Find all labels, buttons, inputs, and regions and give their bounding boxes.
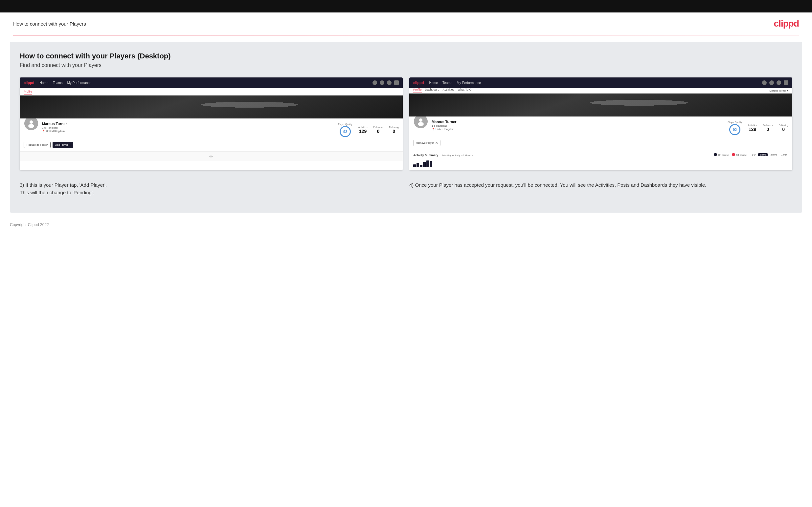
player-name-1: Marcus Turner [42,122,335,126]
stat-following-2: Following 0 [778,124,789,132]
nav-myperformance-2[interactable]: My Performance [457,81,481,84]
settings-icon-1[interactable] [387,80,392,85]
svg-point-3 [418,122,424,126]
user-selector[interactable]: Marcus Turner ▾ [769,89,789,92]
off-course-dot [732,153,735,156]
bar-1 [413,164,416,167]
activity-summary: Activity Summary Monthly Activity · 6 Mo… [409,149,792,170]
tab-activities-2[interactable]: Activities [443,88,455,93]
search-icon-1[interactable] [372,80,377,85]
app-navbar-2: clippd Home Teams My Performance [409,77,792,88]
nav-teams-1[interactable]: Teams [53,81,62,84]
app-hero-2 [409,94,792,116]
description-text-1: 3) If this is your Player tap, 'Add Play… [20,181,403,196]
footer-copyright: Copyright Clippd 2022 [10,223,49,227]
app-tabbar-1: Profile [20,88,403,96]
remove-player-x-icon: ✕ [435,141,438,145]
app-profile-info-1: Marcus Turner 1-5 Handicap 📍 United King… [42,122,335,132]
quality-ring-2: 92 [729,124,741,135]
app-logo-1: clippd [23,81,34,84]
svg-point-2 [419,118,422,122]
activity-legend: On course Off course [714,153,746,156]
app-buttons-1: Request to Follow Add Player + [20,140,403,151]
activity-summary-title: Activity Summary [413,154,438,157]
on-course-dot [714,153,717,156]
screenshot-1: clippd Home Teams My Performance Profile [20,77,403,170]
quality-label-1: Player Quality [338,123,352,125]
app-profile-section-1: Marcus Turner 1-5 Handicap 📍 United King… [20,118,403,140]
description-text-2: 4) Once your Player has accepted your re… [409,181,792,189]
handicap-1: 1-5 Handicap [42,126,335,129]
top-bar [0,0,812,12]
nav-myperformance-1[interactable]: My Performance [67,81,91,84]
screenshot-footer-1: ✏ [20,151,403,161]
filter-1yr[interactable]: 1 yr [751,153,757,156]
app-nav-icons-1 [372,80,399,85]
description-2: 4) Once your Player has accepted your re… [409,178,792,200]
section-subtitle: Find and connect with your Players [20,62,792,68]
add-player-button[interactable]: Add Player + [53,142,73,148]
page-footer: Copyright Clippd 2022 [0,219,812,232]
app-profile-info-2: Marcus Turner 1-5 Handicap 📍 United King… [432,120,724,130]
quality-label-2: Player Quality [727,121,742,123]
svg-point-0 [30,120,33,124]
hero-golf-image-1 [20,96,403,118]
mini-bar-chart [413,160,789,168]
activity-summary-subtitle: Monthly Activity · 6 Months [442,154,473,157]
app-nav-icons-2 [762,80,789,85]
nav-home-1[interactable]: Home [39,81,48,84]
header-divider [13,35,799,36]
player-name-2: Marcus Turner [432,120,724,124]
nav-home-2[interactable]: Home [429,81,438,84]
app-tabbar-2: Profile Dashboard Activities What To On [413,88,473,93]
clippd-logo: clippd [774,18,799,29]
user-icon-2[interactable] [769,80,774,85]
stat-followers-1: Followers 0 [373,126,383,134]
hero-golf-image-2 [409,94,792,116]
pencil-icon-1: ✏ [209,154,213,159]
bar-5 [426,161,429,167]
remove-player-tag[interactable]: Remove Player ✕ [413,140,441,146]
search-icon-2[interactable] [762,80,767,85]
filter-1mth[interactable]: 1 mth [780,153,789,156]
flag-icon-2[interactable] [784,80,789,85]
activity-summary-header: Activity Summary Monthly Activity · 6 Mo… [413,152,789,158]
descriptions-row: 3) If this is your Player tap, 'Add Play… [20,178,792,200]
app-profile-section-2: Marcus Turner 1-5 Handicap 📍 United King… [409,116,792,138]
tab-profile-2[interactable]: Profile [413,88,422,93]
quality-circle-2: Player Quality 92 [727,121,742,135]
app-nav-items-1: Home Teams My Performance [39,81,372,84]
request-follow-button[interactable]: Request to Follow [23,142,51,148]
stat-following-1: Following 0 [389,126,399,134]
app-navbar-1: clippd Home Teams My Performance [20,77,403,88]
bar-2 [416,163,419,167]
time-filters: 1 yr 6 mths 3 mths 1 mth [751,153,789,156]
nav-teams-2[interactable]: Teams [443,81,452,84]
bar-3 [420,165,422,167]
quality-ring-1: 92 [340,126,351,137]
flag-icon-1[interactable] [394,80,399,85]
filter-6mths[interactable]: 6 mths [758,153,768,156]
location-icon-1: 📍 [42,130,45,132]
filter-3mths[interactable]: 3 mths [769,153,778,156]
user-icon-1[interactable] [380,80,384,85]
quality-circle-1: Player Quality 92 [338,123,352,137]
tab-dashboard-2[interactable]: Dashboard [425,88,440,93]
main-content: How to connect with your Players (Deskto… [10,42,802,213]
stat-activities-2: Activities 129 [748,124,757,132]
section-title: How to connect with your Players (Deskto… [20,52,792,60]
app-nav-items-2: Home Teams My Performance [429,81,762,84]
bar-6 [429,161,432,167]
app-logo-2: clippd [413,81,424,84]
remove-player-label: Remove Player [416,142,434,145]
description-1: 3) If this is your Player tap, 'Add Play… [20,178,403,200]
tab-profile-1[interactable]: Profile [23,90,32,95]
tab-whattoon-2[interactable]: What To On [458,88,473,93]
stat-followers-2: Followers 0 [763,124,773,132]
svg-point-1 [28,124,34,128]
page-header: How to connect with your Players clippd [0,12,812,35]
app-hero-1 [20,96,403,118]
settings-icon-2[interactable] [776,80,781,85]
stat-activities-1: Activities 129 [358,126,367,134]
location-2: 📍 United Kingdom [432,128,724,130]
